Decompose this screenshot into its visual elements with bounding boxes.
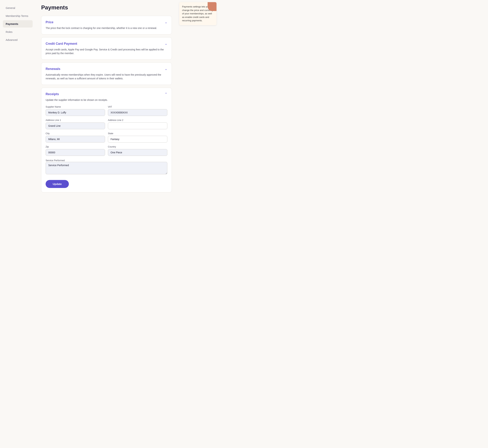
- address-row: Address Line 1 Address Line 2: [46, 119, 167, 129]
- country-label: Country: [108, 145, 167, 148]
- right-panel: Payments settings lets you change the pr…: [177, 0, 220, 448]
- credit-card-payment-card: Credit Card Payment ⌄ Accept credit card…: [41, 37, 172, 60]
- renewals-card-header: Renewals ⌄: [46, 67, 167, 71]
- renewals-card: Renewals ⌄ Automatically renew membershi…: [41, 63, 172, 85]
- sidebar: General Membership Terms Payments Roles …: [0, 0, 35, 448]
- country-group: Country: [108, 145, 167, 156]
- supplier-vat-row: Supplier Name VAT: [46, 105, 167, 116]
- renewals-chevron-icon[interactable]: ⌄: [165, 67, 167, 71]
- price-card: Price ⌄ The price that the lock contract…: [41, 16, 172, 34]
- vat-input[interactable]: [108, 109, 167, 116]
- price-card-title: Price: [46, 20, 53, 24]
- receipts-card-description: Update the supplier information to be sh…: [46, 98, 167, 102]
- state-group: State: [108, 132, 167, 143]
- receipts-card-title: Receipts: [46, 92, 59, 96]
- update-button[interactable]: Update: [46, 180, 69, 188]
- supplier-name-group: Supplier Name: [46, 105, 105, 116]
- price-card-header: Price ⌄: [46, 20, 167, 24]
- receipts-card-header: Receipts ⌃: [46, 92, 167, 96]
- vat-label: VAT: [108, 105, 167, 108]
- vat-group: VAT: [108, 105, 167, 116]
- service-textarea[interactable]: [46, 162, 167, 174]
- page-title: Payments: [41, 4, 172, 11]
- main-content: Payments Price ⌄ The price that the lock…: [35, 0, 177, 448]
- price-card-description: The price that the lock contract is char…: [46, 26, 167, 30]
- city-group: City: [46, 132, 105, 143]
- credit-card-description: Accept credit cards, Apple Pay and Googl…: [46, 48, 167, 55]
- state-label: State: [108, 132, 167, 135]
- country-input[interactable]: [108, 149, 167, 156]
- address1-input[interactable]: [46, 122, 105, 129]
- state-input[interactable]: [108, 136, 167, 143]
- city-state-row: City State: [46, 132, 167, 143]
- city-label: City: [46, 132, 105, 135]
- zip-input[interactable]: [46, 149, 105, 156]
- sidebar-item-general[interactable]: General: [3, 4, 33, 12]
- credit-card-title: Credit Card Payment: [46, 42, 77, 46]
- tooltip-text: Payments settings lets you change the pr…: [182, 5, 213, 22]
- service-label: Service Performed: [46, 159, 65, 162]
- renewals-card-title: Renewals: [46, 67, 60, 71]
- zip-country-row: Zip Country: [46, 145, 167, 156]
- supplier-name-label: Supplier Name: [46, 105, 105, 108]
- renewals-card-description: Automatically renew memberships when the…: [46, 73, 167, 80]
- price-chevron-icon[interactable]: ⌄: [165, 20, 167, 24]
- credit-card-chevron-icon[interactable]: ⌄: [165, 42, 167, 46]
- sidebar-item-payments[interactable]: Payments: [3, 20, 33, 27]
- city-input[interactable]: [46, 136, 105, 143]
- sidebar-item-roles[interactable]: Roles: [3, 28, 33, 35]
- service-group: Service Performed: [46, 159, 167, 175]
- supplier-name-input[interactable]: [46, 109, 105, 116]
- tooltip-card: Payments settings lets you change the pr…: [179, 2, 216, 25]
- address1-label: Address Line 1: [46, 119, 105, 121]
- credit-card-header: Credit Card Payment ⌄: [46, 42, 167, 46]
- sidebar-item-advanced[interactable]: Advanced: [3, 36, 33, 43]
- address2-input[interactable]: [108, 122, 167, 129]
- address1-group: Address Line 1: [46, 119, 105, 129]
- sidebar-item-membership-terms[interactable]: Membership Terms: [3, 12, 33, 20]
- receipts-card: Receipts ⌃ Update the supplier informati…: [41, 88, 172, 192]
- receipts-chevron-icon[interactable]: ⌃: [165, 92, 167, 96]
- address2-label: Address Line 2: [108, 119, 167, 121]
- zip-group: Zip: [46, 145, 105, 156]
- zip-label: Zip: [46, 145, 105, 148]
- address2-group: Address Line 2: [108, 119, 167, 129]
